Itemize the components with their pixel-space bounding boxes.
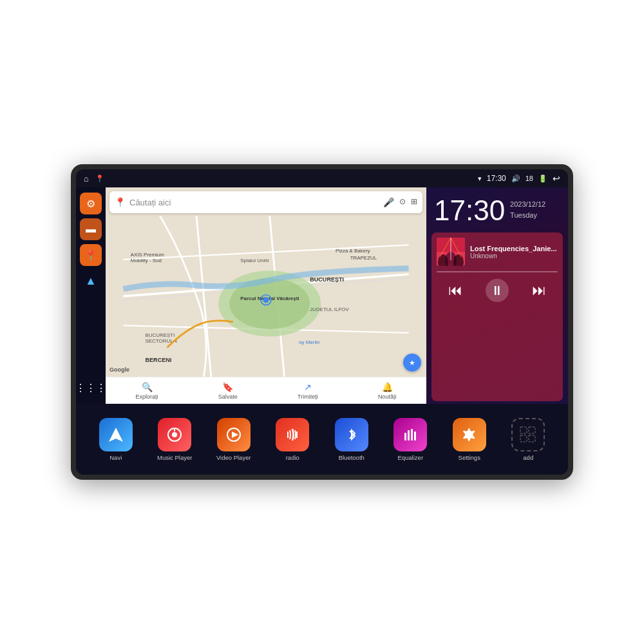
clock-date-day: Tuesday [510,211,537,219]
svg-point-21 [263,297,269,303]
app-add-label: add [523,454,533,461]
sidebar-grid-button[interactable]: ⋮⋮⋮ [80,377,102,399]
clock-date-year: 2023/12/12 [510,200,545,208]
map-search-bar[interactable]: 📍 Căutați aici 🎤 ⊙ ⊞ [109,191,422,213]
home-icon[interactable]: ⌂ [84,174,89,184]
sidebar-settings-button[interactable]: ⚙ [80,193,102,214]
music-title: Lost Frequencies_Janie... [470,245,558,252]
app-add[interactable]: add [499,418,558,461]
layers-icon[interactable]: ⊞ [411,197,417,207]
svg-marker-31 [109,428,123,442]
mic-icon[interactable]: 🎤 [383,197,394,207]
svg-marker-36 [232,431,238,438]
explore-label: Explorați [136,393,158,400]
navi-icon [99,418,133,451]
svg-text:BUCUREȘTI: BUCUREȘTI [310,276,344,283]
map-svg: Parcul Natural Văcărești BUCUREȘTI JUDEȚ… [106,216,426,377]
svg-text:oy Merlin: oy Merlin [299,339,319,345]
svg-text:Splaiui Unirii: Splaiui Unirii [240,258,269,263]
svg-text:BERCENI: BERCENI [146,357,172,363]
music-album-art [437,238,465,266]
svg-rect-40 [414,431,416,440]
settings-icon [453,418,486,451]
app-music-label: Music Player [157,454,192,461]
map-nav-explore[interactable]: 🔍 Explorați [136,382,158,400]
music-progress-bar[interactable] [437,271,558,272]
app-equalizer[interactable]: Equalizer [381,418,440,461]
volume-icon: 🔊 [511,175,520,183]
app-grid: Navi Music Player [76,404,568,475]
bluetooth-icon [335,418,368,451]
main-content: ⚙ ▬ 📍 ▲ ⋮⋮⋮ 📍 Căutați aici 🎤 ⊙ [76,187,568,404]
app-bluetooth[interactable]: Bluetooth [322,418,381,461]
app-video-player[interactable]: Video Player [204,418,263,461]
video-player-icon [217,418,251,451]
svg-text:JUDEȚUL ILFOV: JUDEȚUL ILFOV [310,307,349,312]
status-time: 17:30 [487,174,506,183]
clock-date: 2023/12/12 Tuesday [510,196,545,220]
search-icon[interactable]: ⊙ [399,197,406,207]
equalizer-icon [393,418,427,451]
google-pin-icon: 📍 [115,197,126,207]
music-player-icon [158,418,191,451]
svg-rect-39 [411,429,413,440]
app-radio-label: radio [286,454,299,461]
sidebar-folder-button[interactable]: ▬ [80,218,102,240]
app-music-player[interactable]: Music Player [146,418,205,461]
device-screen: ⌂ 📍 ▾ 17:30 🔊 18 🔋 ↩ ⚙ ▬ 📍 ▲ [76,169,568,475]
music-artist: Unknown [470,252,558,260]
send-icon: ↗ [304,382,312,392]
news-label: Noutăți [378,393,397,400]
sidebar: ⚙ ▬ 📍 ▲ ⋮⋮⋮ [76,187,106,404]
saved-label: Salvate [218,393,238,400]
app-navi-label: Navi [109,454,122,461]
status-bar: ⌂ 📍 ▾ 17:30 🔊 18 🔋 ↩ [76,169,568,187]
app-navi[interactable]: Navi [86,418,146,461]
app-settings-label: Settings [459,454,480,461]
clock-time: 17:30 [434,196,505,225]
maps-icon[interactable]: 📍 [95,175,104,183]
right-panel: 17:30 2023/12/12 Tuesday [426,187,568,404]
svg-point-33 [172,432,177,437]
svg-rect-45 [529,435,535,442]
map-star-button[interactable]: ★ [403,354,421,372]
svg-text:AXIS Premium: AXIS Premium [131,252,164,258]
clock-widget: 17:30 2023/12/12 Tuesday [426,187,568,230]
sidebar-nav-button[interactable]: ▲ [80,270,102,292]
back-icon[interactable]: ↩ [553,173,560,184]
map-area: 📍 Căutați aici 🎤 ⊙ ⊞ [106,187,426,404]
svg-rect-44 [520,435,527,442]
app-radio[interactable]: radio [263,418,323,461]
sidebar-location-button[interactable]: 📍 [80,244,102,266]
radio-icon [276,418,309,451]
map-bottom-nav: 🔍 Explorați 🔖 Salvate ↗ Trimiteți 🔔 Nout… [106,377,426,404]
svg-text:Mobility - Sud: Mobility - Sud [131,258,162,263]
app-video-label: Video Player [216,454,251,461]
play-pause-button[interactable]: ⏸ [486,279,509,302]
app-settings[interactable]: Settings [440,418,499,461]
music-details: Lost Frequencies_Janie... Unknown [470,245,558,260]
map-nav-news[interactable]: 🔔 Noutăți [378,382,397,400]
svg-text:TRAPEZUL: TRAPEZUL [350,255,377,261]
app-bluetooth-label: Bluetooth [339,454,365,461]
map-search-placeholder[interactable]: Căutați aici [129,198,379,207]
google-logo: Google [109,366,129,373]
music-widget: Lost Frequencies_Janie... Unknown ⏮ ⏸ ⏭ [431,232,563,401]
music-info: Lost Frequencies_Janie... Unknown [437,238,558,266]
wifi-icon: ▾ [478,175,482,183]
battery-level: 18 [526,175,533,182]
saved-icon: 🔖 [222,382,233,392]
svg-rect-42 [520,427,527,433]
map-nav-saved[interactable]: 🔖 Salvate [218,382,238,400]
car-head-unit: ⌂ 📍 ▾ 17:30 🔊 18 🔋 ↩ ⚙ ▬ 📍 ▲ [71,164,573,480]
explore-icon: 🔍 [142,382,153,392]
svg-rect-43 [529,427,535,433]
prev-button[interactable]: ⏮ [448,282,462,299]
app-equalizer-label: Equalizer [397,454,423,461]
send-label: Trimiteți [298,393,318,400]
map-nav-send[interactable]: ↗ Trimiteți [298,382,318,400]
svg-rect-37 [404,433,406,440]
svg-text:BUCUREȘTI: BUCUREȘTI [146,332,175,338]
add-icon [511,418,545,451]
next-button[interactable]: ⏭ [532,282,546,299]
